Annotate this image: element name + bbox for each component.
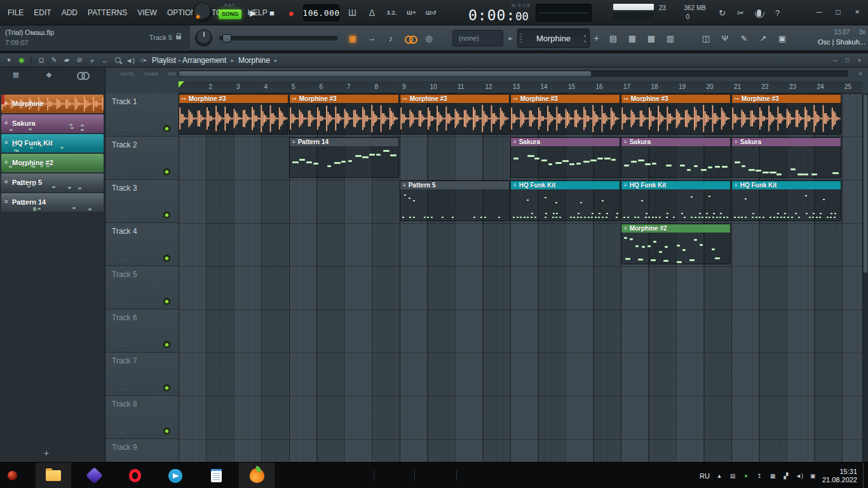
tempo-display[interactable]: 106.000 — [303, 4, 339, 21]
horizontal-scrollbar-thumb[interactable] — [179, 71, 591, 76]
note-icon[interactable]: ♪ — [381, 29, 400, 48]
track-options[interactable]: ... — [118, 125, 125, 132]
tray-touch-keyboard-icon[interactable]: ▣ — [809, 473, 817, 479]
arrow-icon[interactable]: → — [362, 29, 381, 48]
playlist-maximize-button[interactable]: □ — [841, 55, 853, 65]
vertical-scrollbar[interactable] — [862, 93, 868, 462]
clip-pattern-14-bar5[interactable]: ≡Pattern 14 — [289, 137, 399, 178]
menu-add[interactable]: ADD — [57, 8, 83, 17]
track-mute-led[interactable] — [163, 384, 170, 391]
track-header-4[interactable]: Track 4... — [105, 223, 179, 266]
mic-icon[interactable] — [750, 3, 768, 23]
track-header-8[interactable]: Track 8... — [105, 396, 179, 439]
pattern-item-morphine[interactable]: ≡Morphine — [1, 95, 104, 113]
step-sequencer-toggle[interactable]: ▦ — [343, 29, 362, 48]
clip-morphine-3-bar1[interactable]: ↦Morphine #3 — [179, 94, 288, 135]
loop-selector-arrow[interactable]: ▶ — [505, 30, 516, 46]
track-header-6[interactable]: Track 6... — [105, 309, 179, 353]
clip-morphine-3-bar9[interactable]: ↦Morphine #3 — [400, 94, 510, 135]
typing-keyboard-icon[interactable]: Ш — [342, 3, 362, 23]
auto-scroll-icon[interactable]: ◉ — [15, 55, 28, 66]
pattern-item-pattern-5[interactable]: ≡Pattern 5 — [1, 173, 104, 192]
countdown-icon[interactable]: 3.2. — [382, 3, 402, 23]
plugin-picker-button[interactable]: ◫ — [696, 29, 715, 48]
play-button[interactable]: ▶ — [243, 3, 262, 23]
oscilloscope[interactable] — [536, 4, 592, 22]
mixer-button[interactable]: ▥ — [661, 29, 680, 48]
pattern-spinner[interactable]: ▲▼ — [583, 33, 587, 44]
start-button[interactable] — [8, 471, 17, 480]
track-mute-led[interactable] — [163, 255, 170, 262]
track-mute-led[interactable] — [163, 428, 170, 435]
main-pitch-slider[interactable] — [219, 36, 337, 41]
playlist-button[interactable]: ▤ — [604, 29, 623, 48]
paint-tool[interactable]: ▰ — [60, 55, 73, 66]
autosave-icon[interactable]: ↻ — [713, 3, 731, 23]
clip-morphine-3-bar13[interactable]: ↦Morphine #3 — [510, 94, 620, 135]
tray-volume-icon[interactable]: ◄) — [796, 473, 803, 479]
piano-roll-button[interactable]: ▦ — [623, 29, 642, 48]
track-mute-led[interactable] — [163, 168, 170, 175]
taskbar-telegram[interactable] — [158, 463, 193, 488]
pattern-item-sakura[interactable]: ≡Sakura — [1, 114, 104, 133]
wait-input-icon[interactable]: Ш+ — [402, 3, 421, 23]
tray-status-icon[interactable]: ● — [742, 473, 750, 479]
track-header-7[interactable]: Track 7... — [105, 353, 179, 396]
menu-edit[interactable]: EDIT — [29, 8, 56, 17]
track-header-5[interactable]: Track 5... — [105, 266, 179, 309]
tray-display-icon[interactable]: ▤ — [729, 473, 736, 479]
track-mute-led[interactable] — [163, 298, 170, 305]
pattern-selector[interactable]: Morphine ▲▼ — [517, 29, 590, 48]
tuner-button[interactable]: Ψ — [715, 29, 735, 48]
playlist-menu-icon[interactable]: ▾ — [3, 55, 15, 66]
clip-hq-funk-kit-bar21[interactable]: ≡HQ Funk Kit — [731, 180, 841, 221]
track-options[interactable]: ... — [118, 427, 125, 434]
help-icon[interactable]: ? — [768, 3, 787, 23]
close-button[interactable]: × — [848, 0, 867, 24]
delete-tool[interactable]: ⊘ — [73, 55, 86, 66]
minimize-button[interactable]: ─ — [810, 0, 829, 24]
taskbar-notepad[interactable] — [198, 463, 234, 488]
add-pattern-button[interactable]: + — [591, 29, 602, 48]
taskbar-opera[interactable] — [117, 463, 153, 488]
tray-sync-icon[interactable]: ▦ — [769, 473, 776, 479]
main-volume-knob[interactable] — [195, 29, 212, 46]
stop-button[interactable]: ■ — [262, 3, 281, 23]
channel-rack-button[interactable]: ▩ — [642, 29, 661, 48]
pattern-item-hq-funk-kit[interactable]: ≡HQ Funk Kit — [1, 134, 104, 152]
magnet-icon[interactable]: Ω — [35, 55, 48, 66]
track-options[interactable]: ... — [118, 384, 125, 391]
playlist-grid[interactable]: ↦Morphine #3↦Morphine #3↦Morphine #3↦Mor… — [179, 93, 862, 462]
record-button[interactable]: ● — [281, 3, 301, 23]
new-pattern-button[interactable]: + — [39, 448, 53, 458]
track-mute-led[interactable] — [163, 341, 170, 348]
time-display[interactable]: M:S:CS 0:00:00 — [467, 1, 531, 24]
horizontal-scrollbar[interactable] — [179, 71, 848, 77]
pat-mode-label[interactable]: PAT — [219, 3, 241, 8]
timeline-ruler[interactable]: 2345678910111213141516171819202122232425 — [179, 81, 862, 93]
show-desktop-button[interactable] — [863, 463, 866, 488]
pattern-item-pattern-14[interactable]: ≡Pattern 14 — [1, 193, 104, 212]
playlist-close-button[interactable]: × — [853, 55, 865, 65]
playlist-nav-icon[interactable]: ◁▸ — [137, 55, 151, 66]
language-indicator[interactable]: RU — [700, 472, 710, 480]
tray-upload-icon[interactable]: ↥ — [756, 473, 763, 479]
chain-link-icon[interactable] — [400, 29, 419, 48]
track-options[interactable]: ... — [118, 254, 125, 261]
track-options[interactable]: ... — [118, 341, 125, 348]
track-header-1[interactable]: Track 1... — [105, 93, 179, 137]
clip-morphine-3-bar17[interactable]: ↦Morphine #3 — [621, 94, 731, 135]
track-mute-led[interactable] — [163, 125, 170, 132]
pattern-item-morphine-2[interactable]: ≡Morphine #2 — [1, 154, 104, 172]
track-options[interactable]: ... — [118, 211, 125, 218]
pencil-tool[interactable]: ✎ — [48, 55, 60, 66]
scroll-right-icon[interactable]: » — [858, 70, 862, 77]
track-header-3[interactable]: Track 3... — [105, 180, 179, 223]
pat-song-switch[interactable]: PAT SONG — [219, 3, 241, 19]
maximize-button[interactable]: □ — [829, 0, 848, 24]
track-options[interactable]: ... — [118, 297, 125, 304]
track-mute-led[interactable] — [163, 212, 170, 219]
edit-button[interactable]: ✎ — [735, 29, 754, 48]
clip-morphine-3-bar5[interactable]: ↦Morphine #3 — [289, 94, 399, 135]
playlist-minimize-button[interactable]: ─ — [829, 55, 841, 65]
